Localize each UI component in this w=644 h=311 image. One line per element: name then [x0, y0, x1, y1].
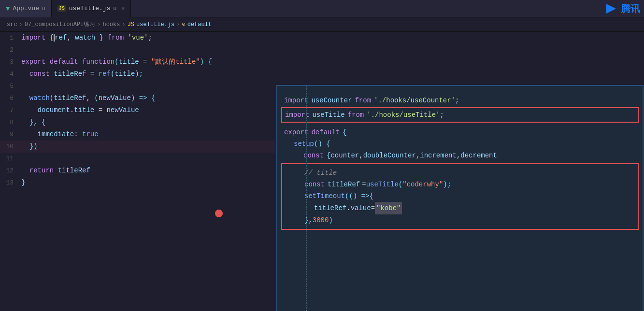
- bc-arrow-1: ›: [19, 21, 23, 28]
- bc-folder: 07_compositionAPI练习: [25, 20, 95, 28]
- line-num-2: 2: [0, 44, 21, 56]
- line-content-4: const titleRef = ref(title);: [21, 68, 275, 80]
- code-line-3: 3 export default function(title = "默认的ti…: [0, 56, 275, 68]
- bc-hooks: hooks: [102, 21, 120, 28]
- code-line-9: 9 immediate: true: [0, 128, 275, 141]
- line-num-6: 6: [0, 93, 21, 104]
- import-section: import useCounter from './hooks/useCount…: [277, 93, 643, 125]
- rp-import-1: import useCounter from './hooks/useCount…: [277, 95, 643, 106]
- rp-setup: setup() {: [277, 138, 643, 150]
- rp-import-2: import useTitle from './hooks/useTitle';: [285, 109, 635, 121]
- import-usetitle-highlight: import useTitle from './hooks/useTitle';: [281, 107, 639, 123]
- code-line-2: 2: [0, 44, 275, 56]
- bc-arrow-3: ›: [122, 21, 125, 28]
- line-num-13: 13: [0, 177, 21, 189]
- right-panel-content: import useCounter from './hooks/useCount…: [277, 86, 643, 230]
- red-dot-indicator: [215, 210, 223, 217]
- tab-usetitle-label: useTitle.js: [69, 5, 111, 12]
- tab-bar: ▼ App.vue U JS useTitle.js U ✕ 腾讯: [0, 0, 644, 17]
- line-content-9: immediate: true: [21, 128, 275, 140]
- editor-main: 1 import {ref, watch } from 'vue'; 2 3 e…: [0, 32, 644, 310]
- tab-app-vue-label: App.vue: [13, 5, 39, 12]
- tab-usetitle-modified: U: [113, 6, 116, 12]
- tab-app-vue-modified: U: [42, 6, 45, 12]
- line-content-1: import {ref, watch } from 'vue';: [21, 32, 275, 43]
- line-num-5: 5: [0, 81, 21, 92]
- rp-comment-title: // title: [285, 167, 635, 179]
- tencent-text-label: 腾讯: [621, 2, 640, 15]
- rp-close-timeout: }, 3000): [285, 214, 635, 226]
- tencent-play-icon: [604, 2, 618, 15]
- rp-export: export default {: [277, 127, 643, 138]
- code-line-8: 8 }, {: [0, 116, 275, 128]
- line-num-4: 4: [0, 69, 21, 80]
- rp-const-counter: const { counter, doubleCounter, incremen…: [277, 150, 643, 161]
- line-content-12: return titleRef: [21, 165, 275, 176]
- line-num-7: 7: [0, 105, 21, 116]
- code-line-11: 11: [0, 153, 275, 165]
- js-icon: JS: [57, 5, 66, 12]
- code-line-6: 6 watch(titleRef, (newValue) => {: [0, 92, 275, 104]
- line-content-7: document.title = newValue: [21, 104, 275, 116]
- code-line-10: 10 }): [0, 141, 275, 153]
- code-line-12: 12 return titleRef: [0, 165, 275, 177]
- code-line-5: 5: [0, 80, 275, 92]
- title-section-highlight: // title const titleRef = useTitle("code…: [281, 163, 639, 230]
- tencent-logo: 腾讯: [596, 0, 644, 17]
- bc-filename: useTitle.js: [136, 21, 174, 28]
- line-num-1: 1: [0, 32, 21, 44]
- line-content-11: [21, 153, 275, 164]
- right-code-panel: import useCounter from './hooks/useCount…: [276, 85, 644, 311]
- line-num-11: 11: [0, 153, 21, 165]
- vline-2: [306, 86, 307, 311]
- line-num-10: 10: [0, 141, 21, 153]
- tab-close-icon[interactable]: ✕: [121, 5, 125, 12]
- tab-usetitle-js[interactable]: JS useTitle.js U ✕: [52, 0, 131, 17]
- line-content-2: [21, 44, 275, 56]
- bc-src: src: [7, 21, 17, 28]
- code-line-4: 4 const titleRef = ref(title);: [0, 68, 275, 80]
- line-num-8: 8: [0, 117, 21, 128]
- line-num-12: 12: [0, 165, 21, 177]
- vue-icon: ▼: [6, 5, 10, 13]
- line-num-9: 9: [0, 129, 21, 141]
- tab-app-vue[interactable]: ▼ App.vue U: [0, 0, 52, 17]
- line-num-3: 3: [0, 57, 21, 68]
- vline-1: [292, 86, 292, 311]
- rp-settimeout: setTimeout(() => {: [285, 190, 635, 202]
- bc-symbol-icon: ⊙: [182, 21, 185, 28]
- line-content-10: }): [21, 141, 275, 152]
- line-content-8: }, {: [21, 116, 275, 128]
- left-code-panel: 1 import {ref, watch } from 'vue'; 2 3 e…: [0, 32, 275, 310]
- code-line-7: 7 document.title = newValue: [0, 104, 275, 116]
- code-line-13: 13 }: [0, 177, 275, 189]
- svg-marker-0: [606, 4, 616, 14]
- line-content-5: [21, 80, 275, 92]
- breadcrumb: src › 07_compositionAPI练习 › hooks › JS u…: [0, 17, 644, 32]
- code-line-1: 1 import {ref, watch } from 'vue';: [0, 32, 275, 44]
- bc-arrow-2: ›: [97, 21, 100, 28]
- bc-default-label: default: [187, 21, 212, 28]
- line-content-6: watch(titleRef, (newValue) => {: [21, 92, 275, 104]
- line-content-13: }: [21, 177, 275, 188]
- rp-titleref-value: titleRef.value = "kobe": [285, 202, 635, 214]
- line-content-3: export default function(title = "默认的titl…: [21, 56, 275, 68]
- bc-arrow-4: ›: [176, 21, 180, 28]
- bc-js-label: JS: [128, 21, 134, 28]
- rp-const-titleref: const titleRef = useTitle("coderwhy");: [285, 179, 635, 190]
